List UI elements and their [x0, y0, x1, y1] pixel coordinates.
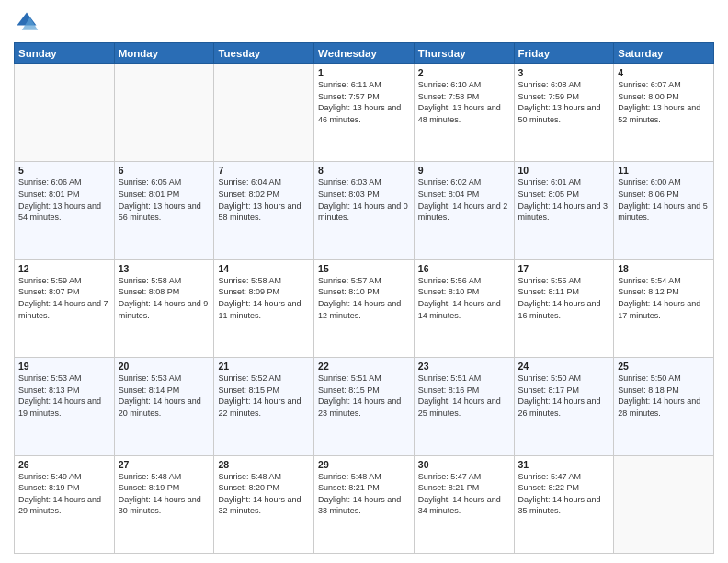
day-info: Sunrise: 6:07 AMSunset: 8:00 PMDaylight:… [618, 79, 710, 125]
day-number: 20 [119, 361, 210, 372]
calendar-cell: 25Sunrise: 5:50 AMSunset: 8:18 PMDayligh… [614, 358, 714, 455]
day-number: 7 [218, 165, 310, 176]
day-number: 23 [418, 361, 510, 372]
calendar-cell: 21Sunrise: 5:52 AMSunset: 8:15 PMDayligh… [214, 358, 314, 455]
week-row-5: 26Sunrise: 5:49 AMSunset: 8:19 PMDayligh… [15, 455, 714, 553]
day-info: Sunrise: 5:49 AMSunset: 8:19 PMDaylight:… [18, 471, 110, 517]
day-number: 2 [418, 67, 510, 78]
day-info: Sunrise: 6:05 AMSunset: 8:01 PMDaylight:… [119, 177, 210, 223]
day-number: 30 [418, 459, 510, 470]
calendar-cell: 8Sunrise: 6:03 AMSunset: 8:03 PMDaylight… [314, 162, 415, 259]
calendar-cell: 14Sunrise: 5:58 AMSunset: 8:09 PMDayligh… [214, 259, 314, 357]
calendar-cell [15, 64, 115, 162]
calendar-cell: 18Sunrise: 5:54 AMSunset: 8:12 PMDayligh… [614, 259, 714, 357]
day-info: Sunrise: 5:50 AMSunset: 8:18 PMDaylight:… [618, 373, 710, 419]
day-info: Sunrise: 5:54 AMSunset: 8:12 PMDaylight:… [618, 275, 710, 321]
calendar-cell: 22Sunrise: 5:51 AMSunset: 8:15 PMDayligh… [314, 358, 415, 455]
calendar-cell: 27Sunrise: 5:48 AMSunset: 8:19 PMDayligh… [114, 455, 214, 553]
day-number: 10 [518, 165, 610, 176]
weekday-header-tuesday: Tuesday [214, 43, 314, 64]
day-number: 27 [119, 459, 210, 470]
calendar-cell: 9Sunrise: 6:02 AMSunset: 8:04 PMDaylight… [414, 162, 514, 259]
day-info: Sunrise: 5:48 AMSunset: 8:19 PMDaylight:… [119, 471, 210, 517]
calendar-cell: 30Sunrise: 5:47 AMSunset: 8:21 PMDayligh… [414, 455, 514, 553]
day-number: 28 [218, 459, 310, 470]
day-info: Sunrise: 5:55 AMSunset: 8:11 PMDaylight:… [518, 275, 610, 321]
weekday-header-thursday: Thursday [414, 43, 514, 64]
day-info: Sunrise: 5:53 AMSunset: 8:14 PMDaylight:… [119, 373, 210, 419]
day-info: Sunrise: 6:11 AMSunset: 7:57 PMDaylight:… [318, 79, 410, 125]
day-number: 16 [418, 263, 510, 274]
weekday-header-saturday: Saturday [614, 43, 714, 64]
calendar-cell [614, 455, 714, 553]
logo [14, 9, 43, 35]
day-info: Sunrise: 5:52 AMSunset: 8:15 PMDaylight:… [218, 373, 310, 419]
day-info: Sunrise: 6:01 AMSunset: 8:05 PMDaylight:… [518, 177, 610, 223]
calendar-cell: 20Sunrise: 5:53 AMSunset: 8:14 PMDayligh… [114, 358, 214, 455]
day-number: 6 [119, 165, 210, 176]
day-info: Sunrise: 5:58 AMSunset: 8:08 PMDaylight:… [119, 275, 210, 321]
day-info: Sunrise: 5:51 AMSunset: 8:15 PMDaylight:… [318, 373, 410, 419]
week-row-3: 12Sunrise: 5:59 AMSunset: 8:07 PMDayligh… [15, 259, 714, 357]
calendar-cell: 5Sunrise: 6:06 AMSunset: 8:01 PMDaylight… [15, 162, 115, 259]
day-info: Sunrise: 5:51 AMSunset: 8:16 PMDaylight:… [418, 373, 510, 419]
day-number: 29 [318, 459, 410, 470]
calendar-cell: 17Sunrise: 5:55 AMSunset: 8:11 PMDayligh… [514, 259, 614, 357]
week-row-2: 5Sunrise: 6:06 AMSunset: 8:01 PMDaylight… [15, 162, 714, 259]
calendar-cell: 19Sunrise: 5:53 AMSunset: 8:13 PMDayligh… [15, 358, 115, 455]
day-number: 31 [518, 459, 610, 470]
day-number: 25 [618, 361, 710, 372]
day-number: 1 [318, 67, 410, 78]
calendar-cell: 11Sunrise: 6:00 AMSunset: 8:06 PMDayligh… [614, 162, 714, 259]
weekday-header-wednesday: Wednesday [314, 43, 415, 64]
calendar-cell: 29Sunrise: 5:48 AMSunset: 8:21 PMDayligh… [314, 455, 415, 553]
calendar-cell: 28Sunrise: 5:48 AMSunset: 8:20 PMDayligh… [214, 455, 314, 553]
day-number: 26 [18, 459, 110, 470]
day-info: Sunrise: 5:47 AMSunset: 8:22 PMDaylight:… [518, 471, 610, 517]
calendar-cell: 24Sunrise: 5:50 AMSunset: 8:17 PMDayligh… [514, 358, 614, 455]
day-number: 15 [318, 263, 410, 274]
day-number: 5 [18, 165, 110, 176]
day-info: Sunrise: 5:48 AMSunset: 8:20 PMDaylight:… [218, 471, 310, 517]
day-number: 9 [418, 165, 510, 176]
day-info: Sunrise: 5:59 AMSunset: 8:07 PMDaylight:… [18, 275, 110, 321]
calendar-cell: 4Sunrise: 6:07 AMSunset: 8:00 PMDaylight… [614, 64, 714, 162]
day-number: 3 [518, 67, 610, 78]
calendar-cell [214, 64, 314, 162]
logo-icon [14, 9, 40, 35]
weekday-header-monday: Monday [114, 43, 214, 64]
calendar-cell: 1Sunrise: 6:11 AMSunset: 7:57 PMDaylight… [314, 64, 415, 162]
day-number: 22 [318, 361, 410, 372]
day-info: Sunrise: 6:10 AMSunset: 7:58 PMDaylight:… [418, 79, 510, 125]
week-row-4: 19Sunrise: 5:53 AMSunset: 8:13 PMDayligh… [15, 358, 714, 455]
day-number: 19 [18, 361, 110, 372]
calendar-cell: 12Sunrise: 5:59 AMSunset: 8:07 PMDayligh… [15, 259, 115, 357]
day-info: Sunrise: 6:04 AMSunset: 8:02 PMDaylight:… [218, 177, 310, 223]
calendar-cell: 15Sunrise: 5:57 AMSunset: 8:10 PMDayligh… [314, 259, 415, 357]
day-number: 13 [119, 263, 210, 274]
day-info: Sunrise: 5:47 AMSunset: 8:21 PMDaylight:… [418, 471, 510, 517]
day-info: Sunrise: 5:56 AMSunset: 8:10 PMDaylight:… [418, 275, 510, 321]
day-number: 4 [618, 67, 710, 78]
calendar-cell: 26Sunrise: 5:49 AMSunset: 8:19 PMDayligh… [15, 455, 115, 553]
day-info: Sunrise: 6:02 AMSunset: 8:04 PMDaylight:… [418, 177, 510, 223]
calendar-cell: 16Sunrise: 5:56 AMSunset: 8:10 PMDayligh… [414, 259, 514, 357]
page: SundayMondayTuesdayWednesdayThursdayFrid… [0, 0, 728, 563]
day-info: Sunrise: 6:06 AMSunset: 8:01 PMDaylight:… [18, 177, 110, 223]
day-info: Sunrise: 5:57 AMSunset: 8:10 PMDaylight:… [318, 275, 410, 321]
day-info: Sunrise: 6:03 AMSunset: 8:03 PMDaylight:… [318, 177, 410, 223]
day-number: 17 [518, 263, 610, 274]
weekday-header-row: SundayMondayTuesdayWednesdayThursdayFrid… [15, 43, 714, 64]
calendar-cell [114, 64, 214, 162]
day-number: 18 [618, 263, 710, 274]
header [14, 9, 714, 35]
day-info: Sunrise: 5:48 AMSunset: 8:21 PMDaylight:… [318, 471, 410, 517]
weekday-header-friday: Friday [514, 43, 614, 64]
day-number: 14 [218, 263, 310, 274]
day-info: Sunrise: 6:00 AMSunset: 8:06 PMDaylight:… [618, 177, 710, 223]
week-row-1: 1Sunrise: 6:11 AMSunset: 7:57 PMDaylight… [15, 64, 714, 162]
calendar-cell: 2Sunrise: 6:10 AMSunset: 7:58 PMDaylight… [414, 64, 514, 162]
day-number: 12 [18, 263, 110, 274]
day-number: 8 [318, 165, 410, 176]
day-info: Sunrise: 5:58 AMSunset: 8:09 PMDaylight:… [218, 275, 310, 321]
